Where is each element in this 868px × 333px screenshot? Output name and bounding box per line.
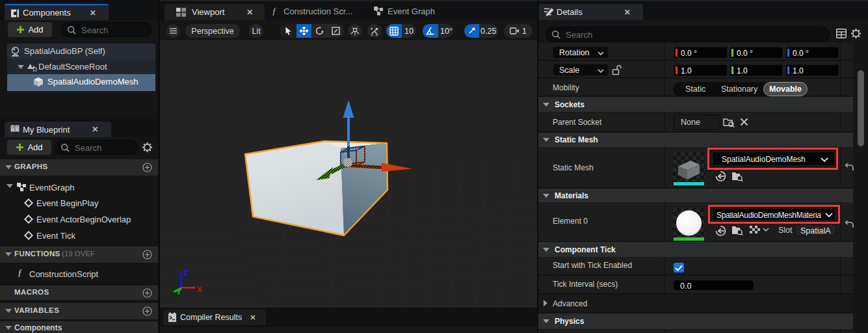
svg-text:X: X bbox=[197, 286, 202, 293]
svg-text:Z: Z bbox=[183, 269, 188, 276]
svg-text:Y: Y bbox=[176, 288, 181, 296]
